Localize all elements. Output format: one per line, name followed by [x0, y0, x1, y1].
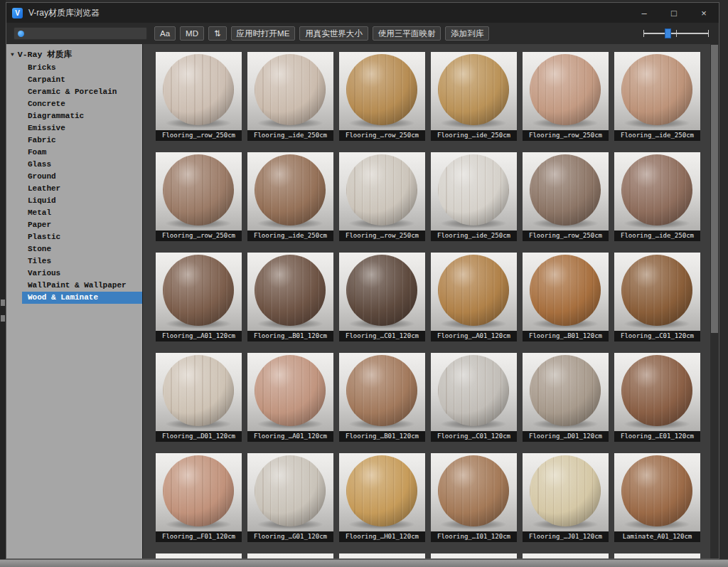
- toolbar-button-sort-order[interactable]: ⇅: [208, 26, 227, 41]
- material-thumbnail[interactable]: Flooring_…E01_120cm: [614, 353, 700, 442]
- dock-handle-icon: [1, 315, 5, 322]
- material-thumbnail[interactable]: [339, 553, 425, 558]
- material-thumbnail[interactable]: Flooring_…ide_250cm: [614, 152, 700, 241]
- sidebar-item-leather[interactable]: Leather: [6, 183, 142, 195]
- material-thumbnail[interactable]: Flooring_…D01_120cm: [523, 353, 609, 442]
- vertical-scrollbar[interactable]: [710, 44, 719, 558]
- material-sphere: [255, 255, 326, 326]
- material-thumbnail[interactable]: Flooring_…ide_250cm: [247, 152, 333, 241]
- material-sphere: [163, 355, 234, 426]
- main-area: ▼ V-Ray 材质库 BricksCarpaintCeramic & Porc…: [6, 44, 719, 558]
- search-input[interactable]: [27, 28, 145, 39]
- sidebar-item-emissive[interactable]: Emissive: [6, 122, 142, 134]
- material-sphere: [346, 154, 417, 226]
- material-preview: [156, 52, 242, 130]
- material-thumbnail[interactable]: Flooring_…C01_120cm: [339, 253, 425, 341]
- material-thumbnail[interactable]: [523, 553, 609, 558]
- sidebar-item-ground[interactable]: Ground: [6, 171, 142, 183]
- sidebar-item-fabric[interactable]: Fabric: [6, 134, 142, 147]
- thumbnail-size-slider-handle[interactable]: [665, 28, 671, 38]
- thumbnail-size-slider[interactable]: [643, 26, 709, 41]
- material-preview: [247, 253, 333, 331]
- material-label: Flooring_…A01_120cm: [247, 431, 333, 442]
- toolbar-button-add-to-library[interactable]: 添加到库: [445, 26, 489, 41]
- material-label: Flooring_…I01_120cm: [431, 531, 517, 542]
- material-preview: [247, 52, 333, 130]
- material-thumbnail[interactable]: [156, 553, 242, 558]
- scrollbar-thumb[interactable]: [711, 45, 718, 333]
- material-label: Flooring_…row_250cm: [339, 230, 425, 241]
- material-thumbnail[interactable]: Flooring_…G01_120cm: [247, 453, 333, 542]
- sidebar-item-foam[interactable]: Foam: [6, 147, 142, 159]
- material-sphere: [438, 54, 509, 125]
- toolbar-button-filter-md[interactable]: MD: [180, 26, 204, 41]
- material-thumbnail[interactable]: Flooring_…B01_120cm: [523, 253, 609, 341]
- search-box[interactable]: [14, 27, 147, 40]
- sidebar-root[interactable]: ▼ V-Ray 材质库: [6, 48, 142, 62]
- material-thumbnail[interactable]: Flooring_…C01_120cm: [431, 353, 517, 442]
- sidebar-item-wood-laminate[interactable]: Wood & Laminate: [22, 292, 142, 304]
- sidebar-item-plastic[interactable]: Plastic: [6, 231, 142, 243]
- sidebar-item-paper[interactable]: Paper: [6, 219, 142, 231]
- material-thumbnail[interactable]: Flooring_…D01_120cm: [156, 353, 242, 442]
- material-thumbnail[interactable]: Flooring_…H01_120cm: [339, 453, 425, 542]
- sidebar-item-diagrammatic[interactable]: Diagrammatic: [6, 110, 142, 122]
- minimize-button[interactable]: –: [629, 3, 659, 23]
- material-thumbnail[interactable]: Flooring_…C01_120cm: [614, 253, 700, 341]
- material-thumbnail[interactable]: Flooring_…A01_120cm: [431, 253, 517, 341]
- sidebar-item-glass[interactable]: Glass: [6, 159, 142, 171]
- material-thumbnail[interactable]: Flooring_…I01_120cm: [431, 453, 517, 542]
- material-thumbnail[interactable]: Flooring_…A01_120cm: [156, 253, 242, 341]
- slider-tick: [676, 30, 677, 37]
- close-button[interactable]: ×: [689, 3, 719, 23]
- sidebar-item-liquid[interactable]: Liquid: [6, 195, 142, 207]
- materials-content: Flooring_…row_250cmFlooring_…ide_250cmFl…: [143, 44, 719, 558]
- sidebar-item-bricks[interactable]: Bricks: [6, 62, 142, 74]
- sidebar-tree: BricksCarpaintCeramic & PorcelainConcret…: [6, 62, 142, 304]
- sidebar-item-concrete[interactable]: Concrete: [6, 98, 142, 110]
- material-thumbnail[interactable]: Flooring_…row_250cm: [339, 52, 425, 141]
- title-bar: V V-ray材质库浏览器 – □ ×: [6, 3, 719, 23]
- material-sphere: [530, 54, 601, 125]
- material-sphere: [255, 455, 326, 526]
- toolbar-button-triplanar-mapping[interactable]: 使用三平面映射: [373, 26, 441, 41]
- sidebar-item-wallpaint-wallpaper[interactable]: WallPaint & Wallpaper: [6, 280, 142, 292]
- sidebar-item-carpaint[interactable]: Carpaint: [6, 74, 142, 86]
- material-thumbnail[interactable]: Flooring_…row_250cm: [523, 152, 609, 241]
- material-label: Flooring_…row_250cm: [156, 130, 242, 141]
- toolbar-button-real-world-size[interactable]: 用真实世界大小: [299, 26, 368, 41]
- material-thumbnail[interactable]: Flooring_…ide_250cm: [431, 52, 517, 141]
- sidebar-root-label: V-Ray 材质库: [18, 49, 72, 60]
- material-thumbnail[interactable]: Flooring_…row_250cm: [156, 152, 242, 241]
- material-thumbnail[interactable]: Flooring_…row_250cm: [339, 152, 425, 241]
- material-label: Flooring_…C01_120cm: [339, 331, 425, 341]
- sidebar-item-tiles[interactable]: Tiles: [6, 255, 142, 267]
- toolbar-button-filter-aa[interactable]: Aa: [154, 26, 176, 41]
- tree-collapse-icon[interactable]: ▼: [11, 51, 14, 58]
- material-thumbnail[interactable]: Flooring_…F01_120cm: [156, 453, 242, 542]
- material-thumbnail[interactable]: Flooring_…B01_120cm: [339, 353, 425, 442]
- material-thumbnail[interactable]: [247, 553, 333, 558]
- material-thumbnail[interactable]: Laminate_A01_120cm: [614, 453, 700, 542]
- material-preview: [614, 152, 700, 230]
- toolbar-button-open-in-material-editor[interactable]: 应用时打开ME: [231, 26, 296, 41]
- material-thumbnail[interactable]: Flooring_…row_250cm: [156, 52, 242, 141]
- material-thumbnail[interactable]: Flooring_…ide_250cm: [247, 52, 333, 141]
- dock-handle-icon: [1, 300, 5, 306]
- maximize-button[interactable]: □: [659, 3, 689, 23]
- material-thumbnail[interactable]: [614, 553, 700, 558]
- material-thumbnail[interactable]: Flooring_…ide_250cm: [614, 52, 700, 141]
- material-thumbnail[interactable]: Flooring_…A01_120cm: [247, 353, 333, 442]
- material-thumbnail[interactable]: Flooring_…B01_120cm: [247, 253, 333, 341]
- material-thumbnail[interactable]: Flooring_…J01_120cm: [523, 453, 609, 542]
- material-preview: [431, 553, 517, 558]
- material-preview: [523, 253, 609, 331]
- material-thumbnail[interactable]: Flooring_…ide_250cm: [431, 152, 517, 241]
- material-thumbnail[interactable]: Flooring_…row_250cm: [523, 52, 609, 141]
- material-thumbnail[interactable]: [431, 553, 517, 558]
- sidebar-item-ceramic-porcelain[interactable]: Ceramic & Porcelain: [6, 86, 142, 98]
- sidebar-item-metal[interactable]: Metal: [6, 207, 142, 219]
- material-preview: [431, 253, 517, 331]
- sidebar-item-various[interactable]: Various: [6, 267, 142, 280]
- sidebar-item-stone[interactable]: Stone: [6, 243, 142, 255]
